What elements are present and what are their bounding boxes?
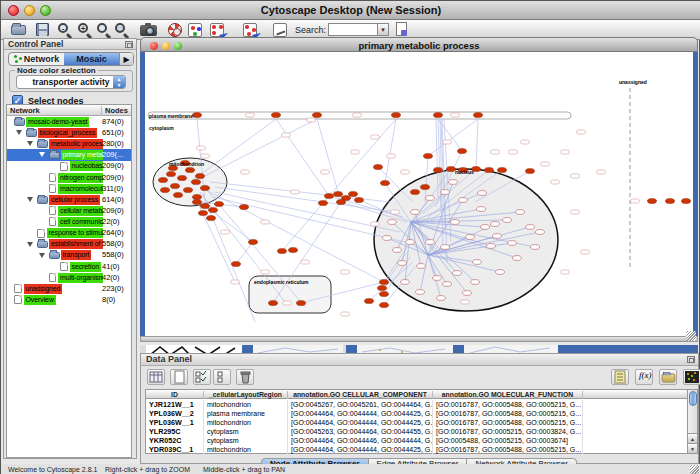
column-header[interactable]: ID — [146, 391, 204, 399]
table-cell: cytoplasm — [204, 436, 288, 445]
snapshot-icon[interactable] — [140, 22, 157, 38]
tree-label[interactable]: transport — [61, 250, 92, 260]
tree-row[interactable]: multi-organism pro42(0) — [7, 272, 131, 283]
tree-row[interactable]: primary metabo209(... — [7, 149, 131, 160]
zoom-fit-icon[interactable]: □ — [114, 22, 131, 38]
tree-row[interactable]: macromolecule311(0) — [7, 183, 131, 194]
table-scrollbar[interactable]: ▲ ▼ — [687, 389, 698, 454]
tab-mosaic[interactable]: Mosaic — [64, 53, 119, 65]
search-label: Search: — [295, 25, 326, 35]
delete-attribute-icon[interactable] — [236, 369, 254, 385]
column-header[interactable]: _cellularLayoutRegion — [204, 391, 288, 399]
tree-row[interactable]: cell communicat22(0) — [7, 216, 131, 227]
tree-row[interactable]: biological_process651(0) — [7, 127, 131, 138]
save-icon[interactable] — [34, 22, 51, 38]
network-canvas[interactable]: plasma membranecytoplasmmitochondrionnuc… — [140, 52, 698, 336]
network-graph: plasma membranecytoplasmmitochondrionnuc… — [145, 52, 693, 336]
tree-row[interactable]: mosaic-demo-yeast874(0) — [7, 116, 131, 127]
tree-label[interactable]: secretion — [70, 262, 102, 272]
tree-label[interactable]: establishment of lo — [49, 239, 103, 249]
status-pan-hint: Middle-click + drag to PAN — [203, 466, 285, 473]
tree-row[interactable]: secretion41(0) — [7, 261, 131, 272]
attribute-table-header[interactable]: ID_cellularLayoutRegionannotation.GO CEL… — [146, 390, 687, 399]
tree-row[interactable]: nitrogen compo209(0) — [7, 172, 131, 183]
table-row[interactable]: YPL036W__1mitochondrion[GO:0044464, GO:0… — [146, 418, 687, 427]
vizmapper-icon[interactable] — [187, 22, 204, 38]
table-cell: YPL036W__2 — [146, 409, 204, 418]
table-row[interactable]: YKR052Ccytoplasm[GO:0044464, GO:0044446,… — [146, 436, 687, 445]
tree-label[interactable]: nitrogen compo — [58, 173, 103, 183]
table-row[interactable]: YLR295Ccytoplasm[GO:0045263, GO:0044464,… — [146, 427, 687, 436]
expand-arrow-icon[interactable] — [27, 197, 33, 202]
float-data-panel-icon[interactable] — [687, 356, 695, 363]
tree-label[interactable]: metabolic process — [49, 139, 103, 149]
column-header[interactable]: annotation.GO CELLULAR_COMPONENT — [288, 391, 433, 399]
tree-row[interactable]: response to stimulu264(0) — [7, 227, 131, 238]
tree-label[interactable]: mosaic-demo-yeast — [26, 117, 89, 127]
search-dropdown-arrow[interactable]: ▼ — [378, 23, 389, 36]
node-count: 22(0) — [102, 217, 120, 227]
tree-row[interactable]: transport558(0) — [7, 250, 131, 261]
annotation-icon[interactable] — [272, 22, 289, 38]
function-icon[interactable]: f(x) — [635, 369, 653, 385]
color-attribute-dropdown[interactable]: transporter activity▲▼ — [16, 75, 126, 89]
table-row[interactable]: YPL036W__2plasma membrane[GO:0044464, GO… — [146, 409, 687, 418]
import-folder-icon[interactable] — [659, 369, 677, 385]
tree-row[interactable]: unassigned223(0) — [7, 283, 131, 294]
resize-grip-icon[interactable] — [686, 331, 696, 341]
svg-text:unassigned: unassigned — [619, 79, 647, 85]
tree-label[interactable]: response to stimulu — [47, 228, 104, 238]
notes-icon[interactable] — [611, 369, 629, 385]
tab-network[interactable]: Network — [9, 53, 64, 65]
expand-arrow-icon[interactable] — [39, 152, 45, 157]
tree-label[interactable]: multi-organism pro — [58, 273, 103, 283]
search-input[interactable] — [328, 23, 378, 36]
tree-row[interactable]: nucleobase-209(0) — [7, 161, 131, 172]
network-tab-icon — [14, 55, 22, 63]
open-icon[interactable] — [10, 22, 27, 38]
tree-header[interactable]: Network Nodes — [7, 105, 131, 116]
tree-row[interactable]: establishment of lo558(0) — [7, 239, 131, 250]
window-resize-grip[interactable] — [690, 465, 699, 474]
matrix-icon[interactable] — [683, 369, 700, 385]
network-window-titlebar[interactable]: primary metabolic process — [140, 37, 698, 52]
tree-row[interactable]: Overview8(0) — [7, 294, 131, 305]
tree-label[interactable]: macromolecule — [58, 184, 103, 194]
expand-arrow-icon[interactable] — [27, 242, 33, 247]
table-row[interactable]: YJR121W__1mitochondrion[GO:0045267, GO:0… — [146, 400, 687, 409]
column-header[interactable]: annotation.GO MOLECULAR_FUNCTION — [433, 391, 583, 399]
help-lifesaver-icon[interactable] — [167, 22, 184, 38]
float-panel-icon[interactable] — [125, 41, 133, 48]
tree-label[interactable]: biological_process — [38, 128, 98, 138]
tree-label[interactable]: cell communicat — [58, 217, 103, 227]
expand-arrow-icon[interactable] — [39, 253, 45, 258]
scroll-up-icon[interactable]: ▲ — [688, 433, 697, 443]
select-attributes-icon[interactable] — [193, 369, 211, 385]
tree-label[interactable]: cellular process — [49, 195, 100, 205]
expand-arrow-icon[interactable] — [27, 141, 33, 146]
scrollbar-thumb[interactable] — [689, 391, 697, 406]
tree-label[interactable]: unassigned — [24, 284, 63, 294]
tree-label[interactable]: nucleobase- — [70, 161, 104, 171]
tree-row[interactable]: cellular process614(0) — [7, 194, 131, 205]
search-config-icon[interactable] — [393, 22, 410, 38]
zoom-out-icon[interactable]: - — [57, 22, 74, 38]
tree-row[interactable]: cellular metabo209(0) — [7, 205, 131, 216]
window-titlebar[interactable]: Cytoscape Desktop (New Session) — [1, 1, 700, 20]
layout-2-icon[interactable] — [242, 22, 259, 38]
tree-label[interactable]: primary metabo — [61, 150, 104, 160]
attribute-table-icon[interactable] — [147, 369, 165, 385]
expand-arrow-icon[interactable] — [16, 130, 22, 135]
tree-label[interactable]: Overview — [24, 295, 56, 305]
zoom-selected-icon[interactable] — [96, 22, 113, 38]
svg-text:mitochondrion: mitochondrion — [169, 161, 204, 167]
new-attribute-icon[interactable] — [170, 369, 188, 385]
tab-overflow-arrow[interactable]: ▶ — [119, 53, 133, 65]
tree-row[interactable]: metabolic process280(0) — [7, 138, 131, 149]
layout-1-icon[interactable] — [209, 22, 226, 38]
file-icon — [60, 162, 68, 171]
tree-label[interactable]: cellular metabo — [58, 206, 103, 216]
unselect-attributes-icon[interactable] — [213, 369, 231, 385]
folder-icon — [37, 196, 48, 204]
zoom-in-icon[interactable]: + — [77, 22, 94, 38]
